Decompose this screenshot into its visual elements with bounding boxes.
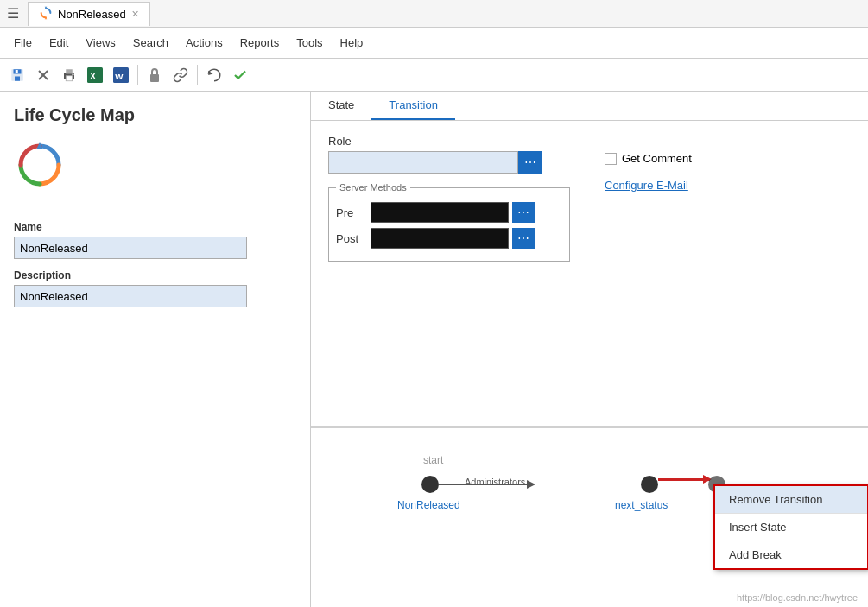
title-bar: ☰ NonReleased ✕: [0, 0, 868, 28]
get-comment-row: Get Comment: [605, 152, 692, 165]
tab-title: NonReleased: [58, 8, 126, 21]
right-panel: State Transition Role ⋯: [311, 92, 868, 607]
toolbar: X W: [0, 59, 868, 92]
print-button[interactable]: [57, 63, 81, 87]
transition-arrow: Administrators: [439, 484, 534, 485]
svg-point-9: [72, 73, 73, 75]
start-label: start: [423, 454, 443, 466]
menu-bar: File Edit Views Search Actions Reports T…: [0, 28, 868, 59]
name-input[interactable]: [14, 237, 247, 259]
menu-search[interactable]: Search: [124, 31, 177, 54]
server-methods-section: Server Methods Pre ⋯ Post ⋯: [328, 187, 570, 262]
name-label: Name: [14, 221, 296, 233]
svg-text:X: X: [90, 70, 96, 80]
svg-rect-3: [16, 70, 18, 73]
description-input[interactable]: [14, 285, 247, 307]
role-input[interactable]: [328, 151, 518, 174]
post-input[interactable]: [371, 228, 509, 249]
menu-help[interactable]: Help: [332, 31, 372, 54]
arrowhead: [527, 480, 535, 489]
pre-row: Pre ⋯: [336, 202, 562, 223]
description-label: Description: [14, 269, 296, 281]
svg-rect-8: [66, 75, 73, 80]
node-nonreleased-label: NonReleased: [397, 499, 460, 511]
panel-title: Life Cycle Map: [14, 105, 296, 125]
toolbar-separator-2: [197, 65, 198, 85]
svg-marker-15: [208, 70, 212, 74]
red-arrow: [658, 478, 710, 481]
save-button[interactable]: [5, 63, 29, 87]
link-button[interactable]: [168, 63, 193, 87]
excel-button[interactable]: X: [83, 63, 107, 87]
cancel-button[interactable]: [31, 63, 55, 87]
node-nonreleased: [421, 476, 439, 493]
tab-transition[interactable]: Transition: [371, 92, 455, 120]
left-panel: Life Cycle Map Name Description: [0, 92, 311, 607]
toolbar-separator-1: [137, 65, 138, 85]
configure-email-row: Configure E-Mail: [605, 179, 692, 192]
post-label: Post: [336, 232, 367, 245]
main-content: Life Cycle Map Name Description State Tr…: [0, 92, 868, 607]
context-menu-remove-transition[interactable]: Remove Transition: [715, 486, 867, 514]
menu-views[interactable]: Views: [77, 31, 124, 54]
word-button[interactable]: W: [109, 63, 133, 87]
svg-rect-7: [66, 69, 73, 73]
watermark: https://blog.csdn.net/hwytree: [737, 592, 858, 603]
get-comment-label: Get Comment: [622, 152, 692, 165]
check-button[interactable]: [228, 63, 252, 87]
role-browse-button[interactable]: ⋯: [518, 151, 542, 174]
tabs: State Transition: [311, 92, 868, 121]
tab-close-icon[interactable]: ✕: [131, 9, 139, 20]
node-nextstatus: [641, 476, 658, 493]
node-nextstatus-label: next_status: [615, 499, 668, 511]
context-menu-add-break[interactable]: Add Break: [715, 541, 867, 568]
diagram-section: start NonReleased Administrators next_st…: [311, 426, 868, 607]
pre-input[interactable]: [371, 202, 509, 223]
menu-actions[interactable]: Actions: [177, 31, 231, 54]
menu-reports[interactable]: Reports: [231, 31, 288, 54]
role-section: Role ⋯: [328, 135, 570, 174]
transition-tab-content: Role ⋯ Server Methods Pre ⋯: [311, 121, 868, 275]
lock-button[interactable]: [143, 63, 167, 87]
post-browse-button[interactable]: ⋯: [512, 228, 535, 249]
right-options: Get Comment Configure E-Mail: [605, 152, 692, 262]
menu-edit[interactable]: Edit: [41, 31, 77, 54]
context-menu-insert-state[interactable]: Insert State: [715, 514, 867, 541]
pre-label: Pre: [336, 206, 367, 219]
svg-rect-2: [15, 76, 20, 80]
tab-icon: [39, 6, 53, 22]
context-menu: Remove Transition Insert State Add Break: [713, 484, 868, 570]
undo-button[interactable]: [202, 63, 226, 87]
hamburger-icon[interactable]: ☰: [7, 5, 19, 22]
role-input-group: ⋯: [328, 151, 570, 174]
pre-browse-button[interactable]: ⋯: [512, 202, 535, 223]
menu-tools[interactable]: Tools: [288, 31, 331, 54]
post-row: Post ⋯: [336, 228, 562, 249]
transition-label: Administrators: [465, 477, 525, 487]
menu-file[interactable]: File: [5, 31, 41, 54]
role-label: Role: [328, 135, 570, 148]
server-methods-label: Server Methods: [336, 182, 410, 193]
transition-fields: Role ⋯ Server Methods Pre ⋯: [328, 135, 570, 262]
configure-email-link[interactable]: Configure E-Mail: [605, 179, 688, 192]
diagram-canvas: start NonReleased Administrators next_st…: [311, 428, 868, 607]
svg-rect-14: [150, 74, 159, 82]
svg-text:W: W: [115, 71, 124, 80]
tab-state[interactable]: State: [311, 92, 371, 120]
get-comment-checkbox[interactable]: [605, 153, 617, 165]
lifecycle-icon: [14, 139, 66, 191]
title-tab[interactable]: NonReleased ✕: [28, 2, 150, 26]
